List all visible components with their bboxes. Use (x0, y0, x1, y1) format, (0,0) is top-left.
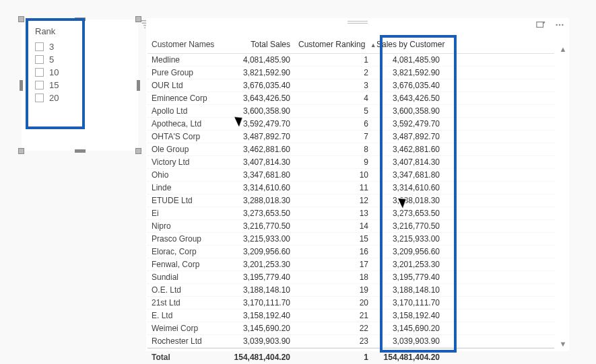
cell-total-sales: 3,347,681.80 (223, 169, 294, 181)
cell-rank: 12 (294, 194, 372, 207)
cell-sales-by-customer: 3,209,956.60 (372, 246, 444, 258)
cell-customer: E. Ltd (147, 310, 223, 322)
cell-total-sales: 3,600,358.90 (223, 105, 294, 117)
slicer-item-label: 3 (49, 42, 54, 52)
table-row[interactable]: Linde3,314,610.60113,314,610.60 (147, 182, 554, 194)
cell-rank: 22 (294, 322, 372, 334)
cell-sales-by-customer: 3,347,681.80 (372, 169, 444, 181)
scroll-down-icon[interactable]: ▼ (559, 340, 567, 348)
cell-sales-by-customer: 3,487,892.70 (372, 131, 444, 143)
cell-total-sales: 4,081,485.90 (223, 54, 294, 66)
cell-customer: 21st Ltd (147, 297, 223, 309)
table-row[interactable]: Nipro3,216,770.50143,216,770.50 (147, 220, 554, 233)
slicer-item[interactable]: 3 (35, 40, 75, 53)
resize-handle-bl[interactable] (18, 148, 24, 154)
cell-sales-by-customer: 3,643,426.50 (372, 92, 444, 104)
cell-total-sales: 3,170,111.70 (223, 297, 294, 309)
resize-handle-l[interactable] (20, 80, 23, 91)
table-row[interactable]: Apollo Ltd3,600,358.9053,600,358.90 (147, 105, 554, 118)
cell-total-sales: 3,215,933.00 (223, 233, 294, 245)
table-row[interactable]: Victory Ltd3,407,814.3093,407,814.30 (147, 156, 554, 169)
table-row[interactable]: E. Ltd3,158,192.40213,158,192.40 (147, 310, 554, 322)
cell-sales-by-customer: 3,039,903.90 (372, 335, 444, 347)
table-row[interactable]: ETUDE Ltd3,288,018.30123,288,018.30 (147, 194, 554, 207)
table-row[interactable]: Weimei Corp3,145,690.20223,145,690.20 (147, 322, 554, 335)
cell-rank: 20 (294, 297, 372, 309)
cell-rank: 19 (294, 284, 372, 296)
cell-sales-by-customer: 3,170,111.70 (372, 297, 444, 309)
slicer-item[interactable]: 20 (35, 92, 75, 104)
table-row[interactable]: Apotheca, Ltd3,592,479.7063,592,479.70 (147, 118, 554, 131)
col-total-sales[interactable]: Total Sales (223, 40, 294, 49)
col-sales-by-customer[interactable]: Sales by Customer (372, 40, 444, 49)
cell-customer: Medline (147, 54, 223, 66)
table-row[interactable]: O.E. Ltd3,188,148.10193,188,148.10 (147, 284, 554, 297)
cell-rank: 9 (294, 156, 372, 168)
rank-slicer-visual[interactable]: Rank 3 5 10 15 20 (22, 20, 138, 151)
table-row[interactable]: Sundial3,195,779.40183,195,779.40 (147, 271, 554, 284)
cell-total-sales: 3,487,892.70 (223, 131, 294, 143)
cell-rank: 6 (294, 118, 372, 130)
cell-sales-by-customer: 3,676,035.40 (372, 79, 444, 92)
table-row[interactable]: Elorac, Corp3,209,956.60163,209,956.60 (147, 246, 554, 258)
cell-rank: 2 (294, 67, 372, 79)
cell-rank: 18 (294, 271, 372, 283)
cell-total-sales: 3,288,018.30 (223, 194, 294, 207)
resize-handle-br[interactable] (135, 148, 141, 154)
table-row[interactable]: Fenwal, Corp3,201,253.30173,201,253.30 (147, 258, 554, 271)
table-row[interactable]: Ole Group3,462,881.6083,462,881.60 (147, 143, 554, 156)
table-row[interactable]: OHTA'S Corp3,487,892.7073,487,892.70 (147, 131, 554, 143)
cell-customer: Weimei Corp (147, 322, 223, 334)
cell-rank: 17 (294, 258, 372, 270)
col-customer-ranking[interactable]: Customer Ranking ▲ (294, 40, 372, 49)
checkbox-icon[interactable] (35, 94, 44, 102)
slicer-item[interactable]: 15 (35, 79, 75, 92)
checkbox-icon[interactable] (35, 42, 44, 51)
data-grid: Customer Names Total Sales Customer Rank… (147, 37, 554, 363)
checkbox-icon[interactable] (35, 81, 44, 89)
resize-handle-b[interactable] (75, 149, 86, 153)
cell-rank: 15 (294, 233, 372, 245)
cell-total-sales: 3,643,426.50 (223, 92, 294, 104)
scroll-up-icon[interactable]: ▲ (559, 45, 567, 53)
cell-total-sales: 3,592,479.70 (223, 118, 294, 130)
cell-customer: Ei (147, 207, 223, 219)
rank-slicer-content: Rank 3 5 10 15 20 (26, 18, 85, 129)
cell-customer: OUR Ltd (147, 79, 223, 92)
cell-customer: Eminence Corp (147, 92, 223, 104)
cell-total-sales: 3,273,653.50 (223, 207, 294, 219)
cell-customer: Fenwal, Corp (147, 258, 223, 270)
cell-customer: Nipro (147, 220, 223, 232)
resize-handle-r[interactable] (137, 80, 140, 91)
table-row[interactable]: Eminence Corp3,643,426.5043,643,426.50 (147, 92, 554, 105)
col-customer-ranking-label: Customer Ranking (298, 40, 365, 49)
cell-rank: 10 (294, 169, 372, 181)
table-row[interactable]: Prasco Group3,215,933.00153,215,933.00 (147, 233, 554, 246)
col-customer-names[interactable]: Customer Names (147, 40, 223, 49)
checkbox-icon[interactable] (35, 68, 44, 77)
table-row[interactable]: OUR Ltd3,676,035.4033,676,035.40 (147, 79, 554, 92)
cell-customer: Apotheca, Ltd (147, 118, 223, 130)
table-row[interactable]: Pure Group3,821,592.9023,821,592.90 (147, 67, 554, 79)
slicer-item-label: 10 (49, 67, 59, 77)
table-row[interactable]: Ohio3,347,681.80103,347,681.80 (147, 169, 554, 182)
more-options-icon[interactable] (554, 20, 565, 30)
customer-table-visual[interactable]: Customer Names Total Sales Customer Rank… (146, 18, 569, 351)
focus-mode-icon[interactable] (535, 20, 546, 30)
cell-rank: 14 (294, 220, 372, 232)
cell-sales-by-customer: 3,821,592.90 (372, 67, 444, 79)
table-row[interactable]: 21st Ltd3,170,111.70203,170,111.70 (147, 297, 554, 310)
cell-customer: Linde (147, 182, 223, 194)
checkbox-icon[interactable] (35, 55, 44, 64)
table-row[interactable]: Ei3,273,653.50133,273,653.50 (147, 207, 554, 220)
vertical-scrollbar[interactable]: ▲ ▼ (558, 45, 568, 348)
resize-handle-tl[interactable] (18, 16, 24, 22)
cell-customer: ETUDE Ltd (147, 194, 223, 207)
table-row[interactable]: Rochester Ltd3,039,903.90233,039,903.90 (147, 335, 554, 348)
drag-handle-icon[interactable] (347, 21, 368, 24)
cell-customer: Apollo Ltd (147, 105, 223, 117)
slicer-item[interactable]: 5 (35, 53, 75, 66)
slicer-item[interactable]: 10 (35, 66, 75, 79)
cell-sales-by-customer: 4,081,485.90 (372, 54, 444, 66)
table-row[interactable]: Medline4,081,485.9014,081,485.90 (147, 54, 554, 67)
